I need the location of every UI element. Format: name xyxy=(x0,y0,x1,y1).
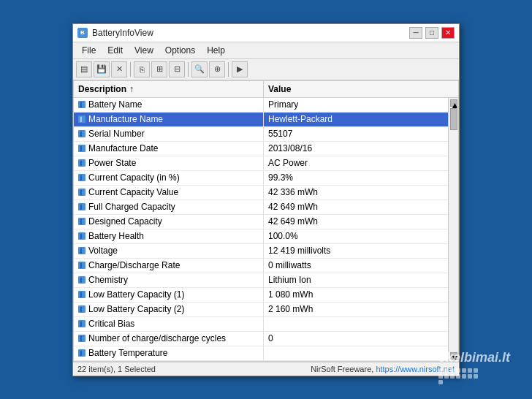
row-desc: Battery Temperature xyxy=(74,346,264,360)
row-val: 0 xyxy=(264,332,448,346)
row-desc-text: Low Battery Capacity (1) xyxy=(88,289,184,300)
table-row[interactable]: Low Battery Capacity (1) 1 080 mWh xyxy=(74,288,448,303)
row-desc-text: Charge/Discharge Rate xyxy=(88,260,180,270)
toolbar-btn-8[interactable]: ⊕ xyxy=(209,61,225,77)
table-row[interactable]: Designed Capacity 42 649 mWh xyxy=(74,215,448,229)
close-button[interactable]: ✕ xyxy=(441,27,455,39)
row-val: 2013/08/16 xyxy=(264,142,448,156)
row-desc-text: Serial Number xyxy=(88,129,145,139)
table-row[interactable]: Battery Health 100.0% xyxy=(74,229,448,244)
toolbar-separator-2 xyxy=(188,62,189,77)
header-value[interactable]: Value xyxy=(264,81,458,97)
header-description[interactable]: Description ↑ xyxy=(74,81,264,97)
scrollbar-up-arrow[interactable]: ▲ xyxy=(450,99,457,107)
toolbar-btn-9[interactable]: ▶ xyxy=(232,61,248,77)
col-desc-label: Description xyxy=(78,84,126,94)
row-icon xyxy=(78,247,86,254)
row-icon xyxy=(78,115,86,123)
table-row[interactable]: Current Capacity Value 42 336 mWh xyxy=(74,186,448,200)
table-row[interactable]: Charge/Discharge Rate 0 milliwatts xyxy=(74,259,448,273)
row-icon xyxy=(78,291,86,298)
toolbar-btn-6[interactable]: ⊟ xyxy=(169,61,185,77)
row-desc-text: Power State xyxy=(88,158,136,168)
status-credit-text: NirSoft Freeware, xyxy=(311,365,373,373)
menu-file[interactable]: File xyxy=(76,44,102,57)
row-desc-text: Number of charge/discharge cycles xyxy=(88,333,226,343)
toolbar-separator-3 xyxy=(228,62,229,77)
row-desc: Current Capacity (in %) xyxy=(74,171,264,185)
row-desc-text: Battery Health xyxy=(88,231,144,241)
sort-indicator: ↑ xyxy=(129,84,134,94)
row-icon xyxy=(78,130,86,137)
table-row[interactable]: Low Battery Capacity (2) 2 160 mWh xyxy=(74,303,448,317)
window-title: BatteryInfoView xyxy=(92,28,153,38)
minimize-button[interactable]: ─ xyxy=(409,27,422,39)
watermark: skelbimai.lt xyxy=(438,350,510,384)
table-row[interactable]: Voltage 12 419 millivolts xyxy=(74,244,448,259)
row-desc-text: Current Capacity (in %) xyxy=(88,172,180,183)
row-desc-text: Battery Name xyxy=(88,99,142,110)
row-desc-text: Chemistry xyxy=(88,275,128,285)
main-window: B BatteryInfoView ─ □ ✕ File Edit View O… xyxy=(72,23,460,376)
table-row[interactable]: Full Charged Capacity 42 649 mWh xyxy=(74,200,448,215)
toolbar-btn-1[interactable]: ▤ xyxy=(76,61,92,77)
row-desc-text: Designed Capacity xyxy=(88,216,162,227)
row-desc-text: Manufacture Name xyxy=(88,114,163,124)
scrollbar-thumb[interactable] xyxy=(450,108,457,130)
status-credit: NirSoft Freeware, https://www.nirsoft.ne… xyxy=(311,365,455,373)
table-row[interactable]: Critical Bias xyxy=(74,317,448,332)
row-desc-text: Manufacture Date xyxy=(88,143,158,153)
row-icon xyxy=(78,305,86,313)
table-row[interactable]: Battery Temperature xyxy=(74,346,448,361)
data-table: Description ↑ Value Battery Name Primary xyxy=(73,80,459,362)
title-bar-left: B BatteryInfoView xyxy=(77,28,153,38)
table-row[interactable]: Battery Name Primary xyxy=(74,98,448,113)
toolbar-btn-7[interactable]: 🔍 xyxy=(191,61,208,77)
row-icon xyxy=(78,335,86,342)
table-row[interactable]: Number of charge/discharge cycles 0 xyxy=(74,332,448,346)
table-body: Battery Name Primary Manufacture Name He… xyxy=(74,98,448,361)
toolbar-btn-2[interactable]: 💾 xyxy=(94,61,110,77)
row-desc: Low Battery Capacity (2) xyxy=(74,303,264,316)
row-desc: Battery Name xyxy=(74,98,264,112)
row-desc: Critical Bias xyxy=(74,317,264,331)
row-desc: Voltage xyxy=(74,244,264,258)
row-icon xyxy=(78,174,86,181)
row-desc: Serial Number xyxy=(74,127,264,141)
table-header: Description ↑ Value xyxy=(74,81,458,98)
menu-view[interactable]: View xyxy=(129,44,159,57)
row-desc: Full Charged Capacity xyxy=(74,200,264,214)
table-row[interactable]: Manufacture Date 2013/08/16 xyxy=(74,142,448,156)
toolbar-btn-3[interactable]: ✕ xyxy=(111,61,127,77)
table-row[interactable]: Chemistry Lithium Ion xyxy=(74,273,448,288)
menu-help[interactable]: Help xyxy=(201,44,231,57)
table-row[interactable]: Serial Number 55107 xyxy=(74,127,448,142)
row-val: 1 080 mWh xyxy=(264,288,448,302)
menu-options[interactable]: Options xyxy=(159,44,201,57)
table-row[interactable]: Manufacture Name Hewlett-Packard xyxy=(74,113,448,127)
row-icon xyxy=(78,101,86,108)
table-row[interactable]: Current Capacity (in %) 99.3% xyxy=(74,171,448,186)
row-val xyxy=(264,317,448,331)
menu-bar: File Edit View Options Help xyxy=(73,42,459,59)
toolbar-btn-4[interactable]: ⎘ xyxy=(134,61,150,77)
row-desc: Manufacture Date xyxy=(74,142,264,156)
row-val: 42 649 mWh xyxy=(264,215,448,229)
row-desc-text: Full Charged Capacity xyxy=(88,202,175,212)
toolbar-btn-5[interactable]: ⊞ xyxy=(151,61,167,77)
row-desc-text: Low Battery Capacity (2) xyxy=(88,304,184,314)
table-row[interactable]: Power State AC Power xyxy=(74,156,448,171)
status-items-info: 22 item(s), 1 Selected xyxy=(77,365,156,373)
row-icon xyxy=(78,320,86,327)
row-val: Primary xyxy=(264,98,448,112)
toolbar: ▤ 💾 ✕ ⎘ ⊞ ⊟ 🔍 ⊕ ▶ xyxy=(73,59,459,80)
row-icon xyxy=(78,232,86,240)
row-icon xyxy=(78,349,86,357)
maximize-button[interactable]: □ xyxy=(425,27,438,39)
menu-edit[interactable]: Edit xyxy=(102,44,129,57)
row-val: Hewlett-Packard xyxy=(264,113,448,126)
row-val: AC Power xyxy=(264,156,448,170)
row-desc-text: Critical Bias xyxy=(88,319,134,329)
row-icon xyxy=(78,218,86,225)
row-icon xyxy=(78,159,86,167)
